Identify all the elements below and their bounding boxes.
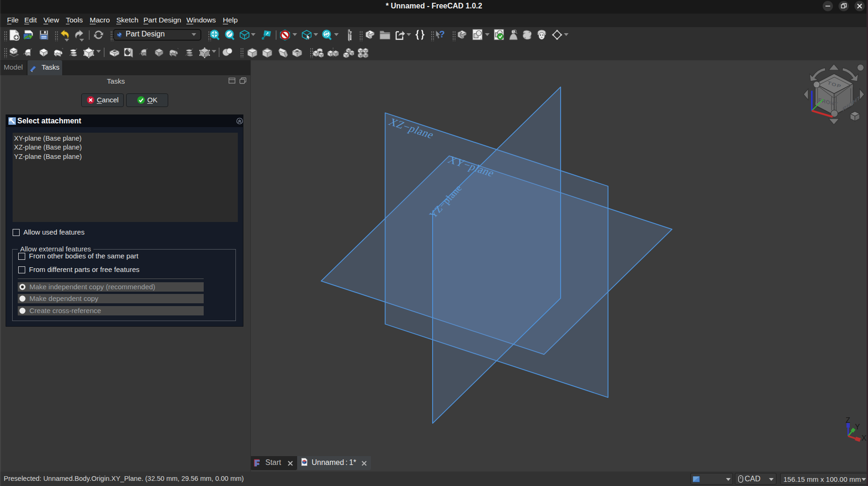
svg-text:Z: Z [846, 416, 850, 424]
svg-text:Y: Y [855, 423, 860, 431]
svg-text:X: X [861, 434, 867, 442]
